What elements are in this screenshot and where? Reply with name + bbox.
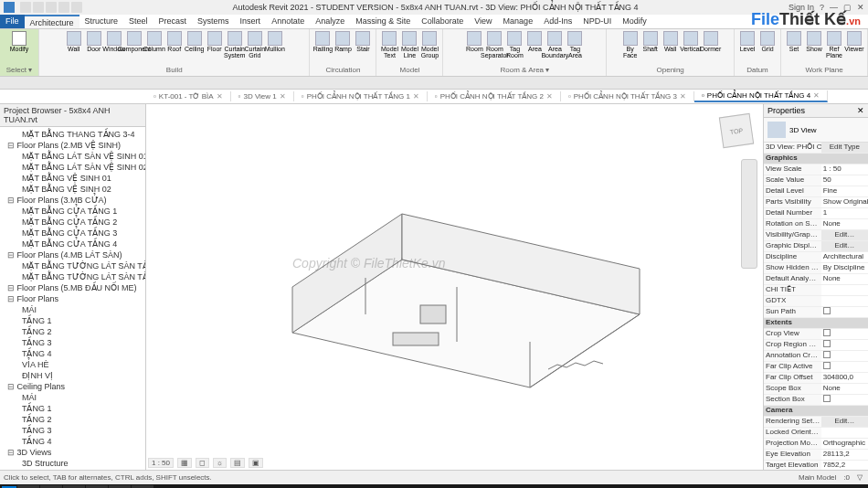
prop-row[interactable]: DisciplineArchitectural (764, 252, 868, 263)
quick-access-toolbar[interactable] (20, 2, 82, 13)
prop-row[interactable]: Visibility/Grap…Edit… (764, 230, 868, 241)
tree-item[interactable]: TẦNG 3 (2, 337, 143, 348)
visual-style-icon[interactable]: ◻ (196, 458, 209, 468)
tool-shaft[interactable]: Shaft (641, 31, 660, 60)
filter-icon[interactable]: ▽ (855, 473, 864, 482)
tool-mullion[interactable]: Mullion (266, 31, 284, 60)
tool-byface[interactable]: By Face (621, 31, 640, 60)
sun-path-icon[interactable]: ☼ (213, 458, 227, 468)
ribbon-tab-view[interactable]: View (469, 15, 497, 28)
detail-level-icon[interactable]: ▦ (177, 458, 192, 468)
tree-item[interactable]: 3D View 1 (2, 469, 143, 470)
prop-row[interactable]: GDTX (764, 296, 868, 307)
tool-set[interactable]: Set (785, 31, 803, 60)
tree-group[interactable]: Ceiling Plans (2, 381, 143, 392)
tab-close-icon[interactable]: ✕ (546, 92, 553, 101)
ribbon-tab-manage[interactable]: Manage (498, 15, 539, 28)
ribbon-tab-architecture[interactable]: Architecture (25, 15, 79, 28)
tree-item[interactable]: MÁI (2, 304, 143, 315)
tree-item[interactable]: TẦNG 4 (2, 436, 143, 447)
tab-close-icon[interactable]: ✕ (217, 92, 223, 101)
ribbon-tab-modify[interactable]: Modify (617, 15, 652, 28)
tool-tagarea[interactable]: Tag Area (566, 31, 584, 60)
ribbon-tab-analyze[interactable]: Analyze (310, 15, 350, 28)
tree-group[interactable]: Floor Plans (5.MB ĐẦU NỐI ME) (2, 282, 143, 293)
prop-row[interactable]: Far Clip Offset304800,0 (764, 373, 868, 384)
tree-group[interactable]: Floor Plans (2.MB VỆ SINH) (2, 140, 143, 151)
ribbon-tab-annotate[interactable]: Annotate (266, 15, 310, 28)
prop-row[interactable]: Detail LevelFine (764, 186, 868, 197)
modify-tool[interactable]: Modify (4, 31, 35, 60)
tool-grid[interactable]: Grid (758, 31, 777, 60)
ribbon-tab-precast[interactable]: Precast (153, 15, 193, 28)
shadows-icon[interactable]: ▤ (230, 458, 245, 468)
tree-item[interactable]: TẦNG 1 (2, 403, 143, 414)
tab-close-icon[interactable]: ✕ (813, 91, 820, 100)
view-tab[interactable]: ▫PHỐI CẢNH NỘI THẤT TẦNG 4✕ (694, 90, 828, 102)
qat-print-icon[interactable] (71, 2, 82, 13)
crop-icon[interactable]: ▣ (249, 458, 263, 468)
tool-railing[interactable]: Railing (313, 31, 332, 60)
tool-refplane[interactable]: Ref Plane (825, 31, 843, 60)
tool-modeltext[interactable]: Model Text (380, 31, 398, 60)
properties-close-icon[interactable]: ✕ (857, 106, 864, 115)
windows-taskbar[interactable]: ENG 2:28 CH 27/08/2020 (0, 484, 868, 488)
ribbon-tab-file[interactable]: File (0, 15, 25, 28)
tool-ramp[interactable]: Ramp (333, 31, 352, 60)
navigation-bar[interactable] (741, 159, 757, 269)
tree-group[interactable]: Floor Plans (4.MB LÁT SÀN) (2, 249, 143, 260)
tree-item[interactable]: MẶT BẰNG CỬA TẦNG 1 (2, 206, 143, 217)
tree-item[interactable]: MẶT BẰNG TƯỜNG LÁT SÀN TẦNG 1 (2, 260, 143, 271)
tool-modelgroup[interactable]: Model Group (420, 31, 439, 60)
tool-wall[interactable]: Wall (65, 31, 83, 60)
tool-viewer[interactable]: Viewer (845, 31, 863, 60)
project-tree[interactable]: MẶT BẰNG THANG TẦNG 3-4Floor Plans (2.MB… (0, 127, 145, 470)
prop-row[interactable]: Annotation Cr… (764, 351, 868, 362)
tree-item[interactable]: MẶT BẰNG LÁT SÀN VỆ SINH 02 (2, 162, 143, 173)
tool-tagroom[interactable]: Tag Room (505, 31, 524, 60)
properties-palette[interactable]: Properties ✕ 3D View 3D View: PHỐI CẢNH … (763, 104, 868, 470)
tree-group[interactable]: Floor Plans (2, 293, 143, 304)
tab-close-icon[interactable]: ✕ (413, 92, 419, 101)
prop-row[interactable]: Default Analy…None (764, 274, 868, 285)
ribbon-tab-steel[interactable]: Steel (123, 15, 153, 28)
tool-ceiling[interactable]: Ceiling (185, 31, 204, 60)
tool-door[interactable]: Door (85, 31, 103, 60)
tree-item[interactable]: MẶT BẰNG LÁT SÀN VỆ SINH 01 (2, 151, 143, 162)
prop-row[interactable]: Parts VisibilityShow Original (764, 197, 868, 208)
tool-roof[interactable]: Roof (165, 31, 184, 60)
prop-row[interactable]: Crop View (764, 329, 868, 340)
tool-wall[interactable]: Wall (662, 31, 680, 60)
prop-row[interactable]: Sun Path (764, 307, 868, 318)
tool-column[interactable]: Column (145, 31, 164, 60)
qat-redo-icon[interactable] (58, 2, 69, 13)
tab-close-icon[interactable]: ✕ (680, 92, 686, 101)
properties-instance-selector[interactable]: 3D View: PHỐI CẢNH ▾ Edit Type (764, 143, 868, 154)
view-cube[interactable]: TOP (719, 113, 754, 148)
ribbon-tab-massingsite[interactable]: Massing & Site (350, 15, 416, 28)
view-tab[interactable]: ▫KT-001 - TỜ BÌA✕ (146, 91, 231, 101)
tree-item[interactable]: MẶT BẰNG CỬA TẦNG 4 (2, 239, 143, 249)
tree-item[interactable]: TẦNG 4 (2, 348, 143, 359)
tree-item[interactable]: TẦNG 1 (2, 315, 143, 326)
qat-open-icon[interactable] (20, 2, 31, 13)
qat-save-icon[interactable] (33, 2, 44, 13)
prop-row[interactable]: Target Elevation7852,2 (764, 461, 868, 470)
tree-item[interactable]: MẶT BẰNG CỬA TẦNG 3 (2, 228, 143, 239)
tool-vertical[interactable]: Vertical (682, 31, 700, 60)
tree-item[interactable]: MẶT BẰNG TƯỜNG LÁT SÀN TẦNG 2 (2, 271, 143, 282)
tree-item[interactable]: TẦNG 2 (2, 414, 143, 425)
ribbon-tab-collaborate[interactable]: Collaborate (416, 15, 469, 28)
tree-group[interactable]: Floor Plans (3.MB CỬA) (2, 195, 143, 206)
tree-item[interactable]: TẦNG 2 (2, 326, 143, 337)
prop-row[interactable]: Rendering Set…Edit… (764, 417, 868, 428)
tool-modelline[interactable]: Model Line (400, 31, 418, 60)
prop-row[interactable]: Far Clip Active (764, 362, 868, 373)
prop-row[interactable]: Detail Number1 (764, 208, 868, 219)
prop-row[interactable]: CHI TIẾT (764, 285, 868, 296)
properties-type-selector[interactable]: 3D View (764, 118, 868, 143)
tree-item[interactable]: MẶT BẰNG VỆ SINH 01 (2, 173, 143, 184)
prop-row[interactable]: Eye Elevation28113,2 (764, 450, 868, 461)
prop-row[interactable]: View Scale1 : 50 (764, 164, 868, 175)
prop-row[interactable]: Crop Region … (764, 340, 868, 351)
